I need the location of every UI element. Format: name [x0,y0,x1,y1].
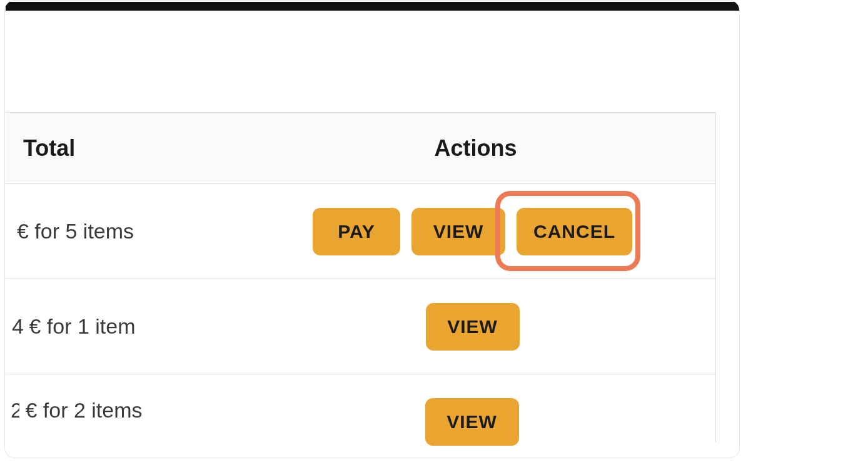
view-button[interactable]: VIEW [425,398,519,446]
orders-table: Total Actions € for 5 items PAY VIEW CAN… [6,112,716,442]
table-header-row: Total Actions [6,112,716,184]
view-button[interactable]: VIEW [426,303,520,351]
order-total-text: 2 € for 2 items [11,398,291,423]
order-actions: VIEW [292,303,715,351]
order-total-text: 4 € for 1 item [12,314,292,339]
pay-button[interactable]: PAY [313,208,400,255]
order-actions: PAY VIEW CANCEL [292,208,715,255]
cancel-button[interactable]: CANCEL [517,208,632,255]
table-row: € for 5 items PAY VIEW CANCEL [6,184,716,279]
window-top-bar [6,2,740,11]
column-header-total: Total [23,135,292,162]
column-header-actions: Actions [292,135,715,162]
order-table-frame: Total Actions € for 5 items PAY VIEW CAN… [4,0,740,458]
order-total-text: € for 5 items [17,219,292,244]
table-row: 2 € for 2 items VIEW [6,374,716,442]
table-row: 4 € for 1 item VIEW [6,279,716,374]
view-button[interactable]: VIEW [411,208,505,255]
order-actions: VIEW [291,398,715,446]
